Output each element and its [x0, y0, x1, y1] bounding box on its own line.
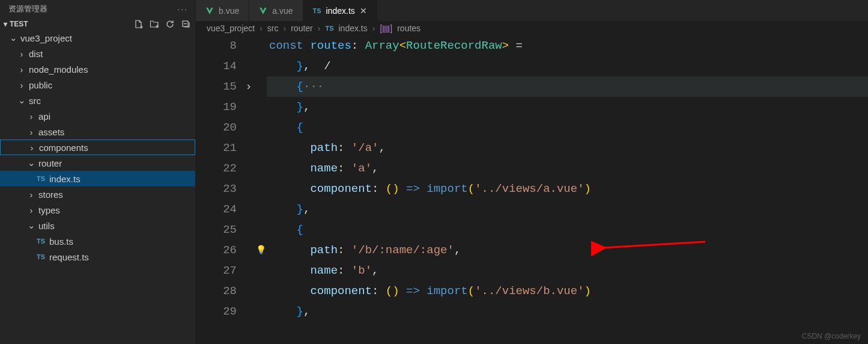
- lightbulb-icon[interactable]: 💡: [256, 240, 266, 260]
- chevron-right-icon: ›: [26, 111, 36, 121]
- breadcrumb-item[interactable]: router: [291, 23, 313, 33]
- explorer-title: 资源管理器: [8, 4, 47, 14]
- code-line: {···: [267, 76, 868, 97]
- code-line: name: 'b',: [267, 260, 868, 281]
- tab-b-vue[interactable]: b.vue: [196, 0, 249, 21]
- workspace-section-header[interactable]: ▾ TEST: [0, 18, 195, 30]
- refresh-icon[interactable]: [165, 19, 175, 29]
- file-label: index.ts: [49, 174, 80, 184]
- ts-file-icon: TS: [325, 25, 333, 32]
- explorer-actions: [134, 19, 190, 29]
- tab-index-ts[interactable]: TS index.ts ✕: [303, 0, 377, 21]
- tree-folder[interactable]: ›node_modules: [0, 61, 195, 77]
- code-line: component: () => import('../views/b.vue'…: [267, 281, 868, 301]
- chevron-down-icon: ⌄: [8, 32, 18, 43]
- breadcrumb-item[interactable]: src: [267, 23, 279, 33]
- breadcrumb-symbol[interactable]: routes: [397, 23, 420, 33]
- folder-label: vue3_project: [20, 33, 72, 43]
- tree-folder[interactable]: ›types: [0, 202, 195, 218]
- chevron-right-icon: ›: [27, 143, 37, 153]
- code-line: path: '/a',: [267, 138, 868, 158]
- file-label: request.ts: [49, 252, 89, 262]
- line-number: 25: [196, 220, 237, 240]
- tab-label: a.vue: [272, 6, 293, 16]
- ts-file-icon: TS: [35, 175, 47, 182]
- glyph-margin: 💡: [255, 35, 267, 344]
- close-icon[interactable]: ✕: [360, 6, 367, 16]
- tab-label: index.ts: [326, 6, 355, 16]
- code-line: path: '/b/:name/:age',: [267, 240, 868, 260]
- code-line: },: [267, 97, 868, 117]
- code-line: name: 'a',: [267, 158, 868, 179]
- file-tree: ⌄vue3_project ›dist ›node_modules ›publi…: [0, 30, 195, 344]
- new-folder-icon[interactable]: [150, 19, 159, 29]
- line-number: 26: [196, 240, 237, 260]
- tab-a-vue[interactable]: a.vue: [249, 0, 303, 21]
- tree-folder[interactable]: ›api: [0, 108, 195, 124]
- code-line: {: [267, 117, 868, 138]
- tree-folder[interactable]: ›dist: [0, 46, 195, 61]
- breadcrumb-item[interactable]: vue3_project: [207, 23, 255, 33]
- watermark: CSDN @coderkey: [802, 332, 861, 340]
- chevron-right-icon: ›: [318, 23, 321, 33]
- line-number: 19: [196, 97, 237, 117]
- ts-file-icon: TS: [313, 7, 321, 14]
- folder-label: assets: [38, 127, 64, 137]
- tree-folder[interactable]: ›public: [0, 77, 195, 93]
- fold-chevron-icon[interactable]: ›: [243, 76, 255, 97]
- folder-label: stores: [38, 189, 63, 200]
- folder-label: node_modules: [29, 64, 88, 75]
- folder-label: src: [29, 96, 41, 106]
- tab-label: b.vue: [219, 6, 239, 16]
- tree-folder[interactable]: ›stores: [0, 186, 195, 202]
- ts-file-icon: TS: [35, 238, 47, 245]
- workspace-name: TEST: [10, 20, 28, 28]
- sidebar-header: 资源管理器 ···: [0, 0, 195, 18]
- line-gutter: 8 14 15 19 20 21 22 23 24 25 26 27 28 29: [196, 35, 243, 344]
- tree-file[interactable]: TSbus.ts: [0, 233, 195, 249]
- tree-file-index-ts[interactable]: TSindex.ts: [0, 171, 195, 186]
- chevron-right-icon: ›: [259, 23, 263, 33]
- code-line: },: [267, 301, 868, 322]
- code-line: component: () => import('../views/a.vue'…: [267, 179, 868, 199]
- collapse-all-icon[interactable]: [181, 19, 190, 29]
- code-line: }, /: [267, 56, 868, 76]
- tree-file[interactable]: TSrequest.ts: [0, 249, 195, 265]
- line-number: 21: [196, 138, 237, 158]
- chevron-right-icon: ›: [17, 64, 26, 75]
- breadcrumb-item[interactable]: index.ts: [339, 23, 368, 33]
- chevron-right-icon: ›: [26, 127, 36, 137]
- sticky-line: const routes: Array<RouteRecordRaw> =: [267, 35, 868, 56]
- chevron-right-icon: ›: [26, 205, 36, 215]
- line-number: 29: [196, 301, 237, 322]
- tree-folder[interactable]: ›assets: [0, 124, 195, 140]
- tree-folder[interactable]: ⌄src: [0, 93, 195, 108]
- tree-folder[interactable]: ›components: [0, 140, 195, 155]
- tree-folder[interactable]: ⌄router: [0, 155, 195, 171]
- tree-folder-root[interactable]: ⌄vue3_project: [0, 30, 195, 46]
- code-line: {: [267, 220, 868, 240]
- line-number: 15: [196, 76, 237, 97]
- more-icon[interactable]: ···: [177, 4, 188, 14]
- chevron-right-icon: ›: [372, 23, 375, 33]
- chevron-right-icon: ›: [17, 49, 26, 59]
- breadcrumb[interactable]: vue3_project › src › router › TS index.t…: [196, 21, 868, 35]
- new-file-icon[interactable]: [134, 19, 144, 29]
- ts-file-icon: TS: [35, 253, 47, 260]
- code-line: },: [267, 199, 868, 220]
- vue-file-icon: [205, 7, 214, 15]
- variable-symbol-icon: [▤]: [380, 23, 392, 33]
- line-number: 14: [196, 56, 237, 76]
- chevron-down-icon: ⌄: [26, 158, 36, 168]
- editor-tabs: b.vue a.vue TS index.ts ✕: [196, 0, 868, 21]
- chevron-right-icon: ›: [17, 80, 26, 90]
- folder-label: dist: [29, 49, 43, 59]
- explorer-sidebar: 资源管理器 ··· ▾ TEST ⌄vue3_project ›dist ›no…: [0, 0, 196, 344]
- code-area[interactable]: const routes: Array<RouteRecordRaw> = },…: [267, 35, 868, 344]
- line-number: 8: [196, 35, 237, 56]
- editor-main: b.vue a.vue TS index.ts ✕ vue3_project ›…: [196, 0, 868, 344]
- tree-folder[interactable]: ⌄utils: [0, 218, 195, 233]
- chevron-right-icon: ›: [26, 189, 36, 200]
- code-editor[interactable]: 8 14 15 19 20 21 22 23 24 25 26 27 28 29…: [196, 35, 868, 344]
- file-label: bus.ts: [49, 236, 73, 247]
